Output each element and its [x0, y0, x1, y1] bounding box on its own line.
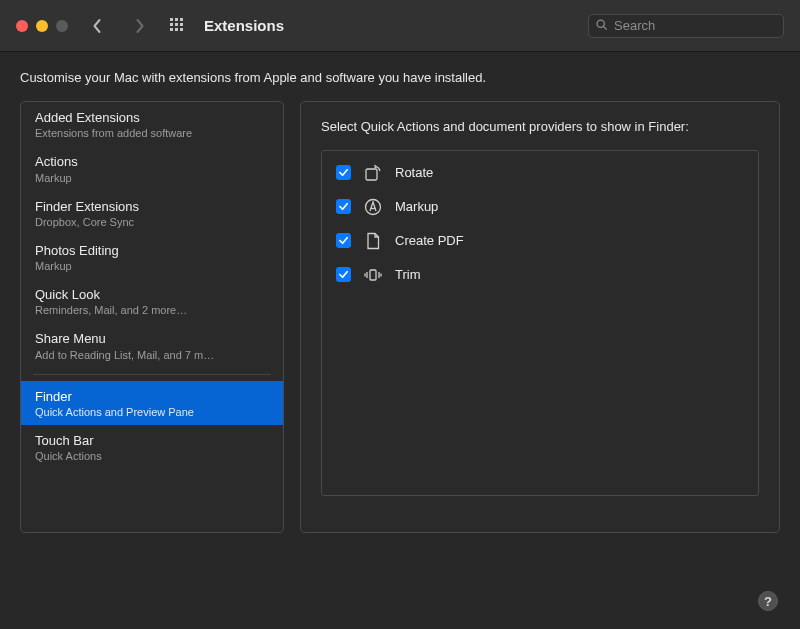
- close-window-button[interactable]: [16, 20, 28, 32]
- trim-icon: [363, 265, 383, 285]
- quick-action-row-trim: Trim: [336, 265, 744, 285]
- titlebar: Extensions: [0, 0, 800, 52]
- checkbox-create-pdf[interactable]: [336, 233, 351, 248]
- detail-heading: Select Quick Actions and document provid…: [321, 118, 759, 136]
- svg-rect-2: [180, 18, 183, 21]
- back-button[interactable]: [90, 19, 104, 33]
- svg-rect-4: [175, 23, 178, 26]
- sidebar-item-sublabel: Reminders, Mail, and 2 more…: [35, 304, 269, 316]
- sidebar-item-quick-look[interactable]: Quick Look Reminders, Mail, and 2 more…: [21, 279, 283, 323]
- zoom-window-button[interactable]: [56, 20, 68, 32]
- sidebar-item-added-extensions[interactable]: Added Extensions Extensions from added s…: [21, 102, 283, 146]
- sidebar-item-touch-bar[interactable]: Touch Bar Quick Actions: [21, 425, 283, 469]
- search-icon: [595, 18, 608, 34]
- search-field-container[interactable]: [588, 14, 784, 38]
- quick-actions-list: Rotate Markup: [321, 150, 759, 496]
- forward-button[interactable]: [132, 19, 146, 33]
- quick-action-row-markup: Markup: [336, 197, 744, 217]
- quick-action-label: Rotate: [395, 165, 433, 180]
- svg-rect-8: [180, 28, 183, 31]
- svg-line-10: [604, 26, 607, 29]
- help-button[interactable]: ?: [758, 591, 778, 611]
- quick-action-row-rotate: Rotate: [336, 163, 744, 183]
- detail-panel: Select Quick Actions and document provid…: [300, 101, 780, 533]
- sidebar-item-sublabel: Quick Actions and Preview Pane: [35, 406, 269, 418]
- help-label: ?: [764, 594, 772, 609]
- categories-sidebar: Added Extensions Extensions from added s…: [20, 101, 284, 533]
- window-title: Extensions: [204, 17, 284, 34]
- sidebar-item-finder[interactable]: Finder Quick Actions and Preview Pane: [21, 381, 283, 425]
- show-all-prefs-button[interactable]: [170, 18, 186, 34]
- sidebar-item-label: Finder Extensions: [35, 199, 269, 215]
- quick-action-row-create-pdf: Create PDF: [336, 231, 744, 251]
- sidebar-item-photos-editing[interactable]: Photos Editing Markup: [21, 235, 283, 279]
- svg-rect-7: [175, 28, 178, 31]
- sidebar-item-sublabel: Add to Reading List, Mail, and 7 m…: [35, 349, 269, 361]
- quick-action-label: Markup: [395, 199, 438, 214]
- sidebar-item-label: Photos Editing: [35, 243, 269, 259]
- sidebar-item-label: Touch Bar: [35, 433, 269, 449]
- sidebar-item-label: Finder: [35, 389, 269, 405]
- markup-icon: [363, 197, 383, 217]
- sidebar-item-sublabel: Dropbox, Core Sync: [35, 216, 269, 228]
- svg-rect-0: [170, 18, 173, 21]
- sidebar-divider: [33, 374, 271, 375]
- svg-rect-13: [370, 270, 376, 280]
- search-input[interactable]: [614, 18, 777, 33]
- svg-rect-1: [175, 18, 178, 21]
- sidebar-item-sublabel: Quick Actions: [35, 450, 269, 462]
- intro-text: Customise your Mac with extensions from …: [20, 70, 780, 85]
- window-controls: [16, 20, 68, 32]
- checkbox-rotate[interactable]: [336, 165, 351, 180]
- sidebar-item-sublabel: Extensions from added software: [35, 127, 269, 139]
- sidebar-item-share-menu[interactable]: Share Menu Add to Reading List, Mail, an…: [21, 323, 283, 367]
- svg-rect-3: [170, 23, 173, 26]
- quick-action-label: Create PDF: [395, 233, 464, 248]
- sidebar-item-label: Quick Look: [35, 287, 269, 303]
- svg-rect-11: [366, 169, 377, 180]
- sidebar-item-actions[interactable]: Actions Markup: [21, 146, 283, 190]
- checkbox-markup[interactable]: [336, 199, 351, 214]
- sidebar-item-label: Share Menu: [35, 331, 269, 347]
- document-icon: [363, 231, 383, 251]
- svg-rect-5: [180, 23, 183, 26]
- sidebar-item-label: Actions: [35, 154, 269, 170]
- sidebar-item-sublabel: Markup: [35, 260, 269, 272]
- nav-arrows: [90, 19, 146, 33]
- minimize-window-button[interactable]: [36, 20, 48, 32]
- quick-action-label: Trim: [395, 267, 421, 282]
- sidebar-item-label: Added Extensions: [35, 110, 269, 126]
- rotate-icon: [363, 163, 383, 183]
- svg-rect-6: [170, 28, 173, 31]
- checkbox-trim[interactable]: [336, 267, 351, 282]
- sidebar-item-sublabel: Markup: [35, 172, 269, 184]
- sidebar-item-finder-extensions[interactable]: Finder Extensions Dropbox, Core Sync: [21, 191, 283, 235]
